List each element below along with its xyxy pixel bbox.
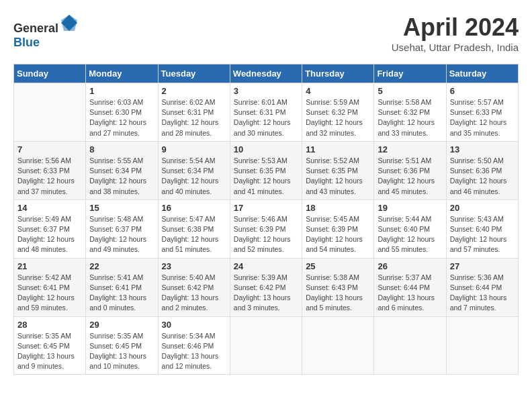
- logo-blue: Blue: [13, 36, 40, 49]
- calendar-cell: 21Sunrise: 5:42 AM Sunset: 6:41 PM Dayli…: [14, 258, 86, 316]
- day-info: Sunrise: 5:37 AM Sunset: 6:44 PM Dayligh…: [378, 273, 442, 314]
- day-number: 9: [162, 144, 226, 154]
- day-info: Sunrise: 5:59 AM Sunset: 6:32 PM Dayligh…: [306, 97, 370, 138]
- day-number: 6: [450, 86, 515, 96]
- calendar-cell: 10Sunrise: 5:53 AM Sunset: 6:35 PM Dayli…: [230, 141, 302, 199]
- calendar-table: SundayMondayTuesdayWednesdayThursdayFrid…: [13, 64, 519, 375]
- day-info: Sunrise: 6:01 AM Sunset: 6:31 PM Dayligh…: [234, 97, 298, 138]
- day-info: Sunrise: 5:45 AM Sunset: 6:39 PM Dayligh…: [306, 214, 370, 255]
- title-section: April 2024 Usehat, Uttar Pradesh, India: [392, 13, 519, 53]
- logo-icon: [60, 13, 79, 32]
- day-number: 7: [17, 144, 82, 154]
- calendar-cell: 15Sunrise: 5:48 AM Sunset: 6:37 PM Dayli…: [86, 199, 158, 258]
- day-number: 28: [17, 320, 82, 330]
- day-number: 24: [234, 261, 298, 271]
- day-info: Sunrise: 6:03 AM Sunset: 6:30 PM Dayligh…: [89, 97, 154, 138]
- day-number: 11: [306, 144, 370, 154]
- calendar-cell: 5Sunrise: 5:58 AM Sunset: 6:32 PM Daylig…: [374, 83, 446, 142]
- calendar-cell: 16Sunrise: 5:47 AM Sunset: 6:38 PM Dayli…: [158, 199, 230, 258]
- weekday-header-friday: Friday: [374, 64, 446, 83]
- logo-general: General: [13, 21, 58, 35]
- day-number: 14: [17, 203, 82, 213]
- calendar-row-3: 14Sunrise: 5:49 AM Sunset: 6:37 PM Dayli…: [14, 199, 519, 258]
- day-info: Sunrise: 5:56 AM Sunset: 6:33 PM Dayligh…: [17, 156, 82, 197]
- day-info: Sunrise: 5:51 AM Sunset: 6:36 PM Dayligh…: [378, 156, 442, 197]
- day-info: Sunrise: 5:38 AM Sunset: 6:43 PM Dayligh…: [306, 273, 370, 314]
- calendar-row-4: 21Sunrise: 5:42 AM Sunset: 6:41 PM Dayli…: [14, 258, 519, 316]
- svg-marker-1: [61, 15, 77, 31]
- calendar-cell: 30Sunrise: 5:34 AM Sunset: 6:46 PM Dayli…: [158, 316, 230, 375]
- calendar-cell: 25Sunrise: 5:38 AM Sunset: 6:43 PM Dayli…: [302, 258, 374, 316]
- calendar-cell: 27Sunrise: 5:36 AM Sunset: 6:44 PM Dayli…: [446, 258, 518, 316]
- calendar-cell: 3Sunrise: 6:01 AM Sunset: 6:31 PM Daylig…: [230, 83, 302, 142]
- day-info: Sunrise: 5:44 AM Sunset: 6:40 PM Dayligh…: [378, 214, 442, 255]
- weekday-header-sunday: Sunday: [14, 64, 86, 83]
- day-number: 26: [378, 261, 442, 271]
- calendar-cell: 17Sunrise: 5:46 AM Sunset: 6:39 PM Dayli…: [230, 199, 302, 258]
- day-number: 15: [89, 203, 154, 213]
- day-number: 20: [450, 203, 515, 213]
- calendar-cell: 24Sunrise: 5:39 AM Sunset: 6:42 PM Dayli…: [230, 258, 302, 316]
- weekday-header-monday: Monday: [86, 64, 158, 83]
- day-number: 18: [306, 203, 370, 213]
- calendar-cell: 12Sunrise: 5:51 AM Sunset: 6:36 PM Dayli…: [374, 141, 446, 199]
- day-number: 3: [234, 86, 298, 96]
- calendar-cell: 11Sunrise: 5:52 AM Sunset: 6:35 PM Dayli…: [302, 141, 374, 199]
- calendar-cell: 20Sunrise: 5:43 AM Sunset: 6:40 PM Dayli…: [446, 199, 518, 258]
- day-info: Sunrise: 5:36 AM Sunset: 6:44 PM Dayligh…: [450, 273, 515, 314]
- day-info: Sunrise: 5:50 AM Sunset: 6:36 PM Dayligh…: [450, 156, 515, 197]
- day-number: 22: [89, 261, 154, 271]
- calendar-cell: 19Sunrise: 5:44 AM Sunset: 6:40 PM Dayli…: [374, 199, 446, 258]
- weekday-header-thursday: Thursday: [302, 64, 374, 83]
- calendar-cell: 26Sunrise: 5:37 AM Sunset: 6:44 PM Dayli…: [374, 258, 446, 316]
- day-info: Sunrise: 5:48 AM Sunset: 6:37 PM Dayligh…: [89, 214, 154, 255]
- day-info: Sunrise: 5:43 AM Sunset: 6:40 PM Dayligh…: [450, 214, 515, 255]
- day-info: Sunrise: 5:42 AM Sunset: 6:41 PM Dayligh…: [17, 273, 82, 314]
- day-info: Sunrise: 5:55 AM Sunset: 6:34 PM Dayligh…: [89, 156, 154, 197]
- month-year: April 2024: [392, 13, 519, 42]
- day-number: 19: [378, 203, 442, 213]
- day-number: 4: [306, 86, 370, 96]
- day-info: Sunrise: 5:40 AM Sunset: 6:42 PM Dayligh…: [162, 273, 226, 314]
- day-number: 17: [234, 203, 298, 213]
- day-info: Sunrise: 6:02 AM Sunset: 6:31 PM Dayligh…: [162, 97, 226, 138]
- weekday-header-tuesday: Tuesday: [158, 64, 230, 83]
- calendar-row-1: 1Sunrise: 6:03 AM Sunset: 6:30 PM Daylig…: [14, 83, 519, 142]
- day-number: 25: [306, 261, 370, 271]
- weekday-header-wednesday: Wednesday: [230, 64, 302, 83]
- calendar-cell: 2Sunrise: 6:02 AM Sunset: 6:31 PM Daylig…: [158, 83, 230, 142]
- calendar-cell: 22Sunrise: 5:41 AM Sunset: 6:41 PM Dayli…: [86, 258, 158, 316]
- day-number: 21: [17, 261, 82, 271]
- weekday-header-saturday: Saturday: [446, 64, 518, 83]
- calendar-cell: 1Sunrise: 6:03 AM Sunset: 6:30 PM Daylig…: [86, 83, 158, 142]
- page-header: General Blue April 2024 Usehat, Uttar Pr…: [13, 13, 519, 53]
- day-number: 27: [450, 261, 515, 271]
- calendar-cell: 23Sunrise: 5:40 AM Sunset: 6:42 PM Dayli…: [158, 258, 230, 316]
- weekday-header-row: SundayMondayTuesdayWednesdayThursdayFrid…: [14, 64, 519, 83]
- calendar-cell: 7Sunrise: 5:56 AM Sunset: 6:33 PM Daylig…: [14, 141, 86, 199]
- day-number: 12: [378, 144, 442, 154]
- calendar-cell: 8Sunrise: 5:55 AM Sunset: 6:34 PM Daylig…: [86, 141, 158, 199]
- day-info: Sunrise: 5:46 AM Sunset: 6:39 PM Dayligh…: [234, 214, 298, 255]
- calendar-cell: [446, 316, 518, 375]
- location: Usehat, Uttar Pradesh, India: [392, 42, 519, 53]
- calendar-cell: [230, 316, 302, 375]
- day-number: 2: [162, 86, 226, 96]
- day-number: 16: [162, 203, 226, 213]
- day-info: Sunrise: 5:49 AM Sunset: 6:37 PM Dayligh…: [17, 214, 82, 255]
- day-info: Sunrise: 5:35 AM Sunset: 6:45 PM Dayligh…: [89, 331, 154, 372]
- calendar-cell: 18Sunrise: 5:45 AM Sunset: 6:39 PM Dayli…: [302, 199, 374, 258]
- day-number: 1: [89, 86, 154, 96]
- logo: General Blue: [13, 13, 79, 50]
- day-number: 29: [89, 320, 154, 330]
- day-number: 13: [450, 144, 515, 154]
- day-info: Sunrise: 5:53 AM Sunset: 6:35 PM Dayligh…: [234, 156, 298, 197]
- logo-text: General Blue: [13, 13, 79, 50]
- day-number: 23: [162, 261, 226, 271]
- calendar-cell: [374, 316, 446, 375]
- day-info: Sunrise: 5:52 AM Sunset: 6:35 PM Dayligh…: [306, 156, 370, 197]
- day-info: Sunrise: 5:58 AM Sunset: 6:32 PM Dayligh…: [378, 97, 442, 138]
- calendar-cell: 6Sunrise: 5:57 AM Sunset: 6:33 PM Daylig…: [446, 83, 518, 142]
- day-info: Sunrise: 5:39 AM Sunset: 6:42 PM Dayligh…: [234, 273, 298, 314]
- day-number: 30: [162, 320, 226, 330]
